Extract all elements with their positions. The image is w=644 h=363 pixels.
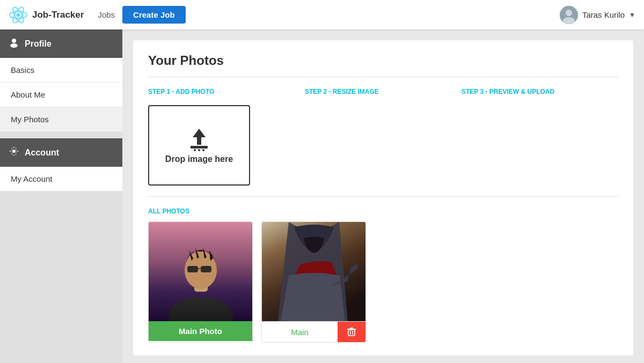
- trash-icon: [347, 327, 356, 337]
- react-logo-icon: [9, 5, 28, 25]
- svg-point-14: [202, 149, 204, 151]
- user-name: Taras Kurilo: [582, 10, 625, 19]
- photo-card-2: Main: [261, 221, 366, 343]
- page-title: Your Photos: [148, 53, 618, 68]
- svg-point-13: [198, 149, 200, 151]
- photo-1-image: [149, 222, 253, 321]
- drop-zone-text: Drop image here: [165, 154, 233, 164]
- svg-rect-29: [353, 331, 354, 335]
- step1-label: STEP 1 - ADD PHOTO: [148, 88, 305, 95]
- svg-marker-10: [193, 129, 206, 145]
- upload-icon: [185, 127, 213, 154]
- user-icon: [9, 37, 19, 50]
- jobs-link[interactable]: Jobs: [90, 6, 122, 24]
- sidebar-profile-label: Profile: [25, 39, 52, 49]
- sidebar-item-my-account[interactable]: My Account: [0, 167, 122, 191]
- content-area: Your Photos STEP 1 - ADD PHOTO STEP 2 - …: [122, 29, 644, 363]
- steps-row: STEP 1 - ADD PHOTO STEP 2 - RESIZE IMAGE…: [148, 88, 618, 95]
- brand[interactable]: Job-Tracker: [9, 5, 84, 25]
- step2-label: STEP 2 - RESIZE IMAGE: [305, 88, 462, 95]
- photo-card-1: Main Photo: [148, 221, 253, 343]
- brand-name: Job-Tracker: [32, 10, 84, 20]
- main-photo-button[interactable]: Main Photo: [149, 321, 252, 341]
- photos-card: Your Photos STEP 1 - ADD PHOTO STEP 2 - …: [133, 40, 633, 355]
- svg-point-12: [194, 149, 196, 151]
- user-avatar-img: [560, 6, 578, 24]
- svg-point-9: [12, 150, 16, 153]
- gear-icon: [9, 146, 19, 159]
- all-photos-label: ALL PHOTOS: [148, 208, 618, 215]
- set-main-button[interactable]: Main: [262, 321, 338, 342]
- svg-rect-31: [350, 328, 353, 329]
- avatar: [560, 6, 578, 24]
- sidebar-profile-header: Profile: [0, 29, 122, 58]
- sidebar-gap: [0, 132, 122, 138]
- sidebar-account-header: Account: [0, 138, 122, 167]
- svg-point-7: [12, 39, 16, 43]
- create-job-button[interactable]: Create Job: [122, 6, 186, 24]
- drop-zone[interactable]: Drop image here: [148, 105, 250, 186]
- navbar: Job-Tracker Jobs Create Job Taras Kurilo…: [0, 0, 644, 29]
- photo-2-btn-row: Main: [262, 321, 365, 342]
- section-divider: [148, 196, 618, 197]
- svg-rect-19: [187, 266, 198, 272]
- svg-point-0: [16, 13, 20, 17]
- svg-rect-20: [201, 266, 211, 272]
- dropdown-arrow-icon: ▼: [629, 11, 635, 19]
- photo-2-image: [262, 222, 366, 321]
- sidebar: Profile Basics About Me My Photos Accoun…: [0, 29, 122, 363]
- sidebar-account-label: Account: [25, 148, 59, 158]
- user-menu[interactable]: Taras Kurilo ▼: [560, 6, 635, 24]
- svg-rect-11: [191, 146, 208, 149]
- svg-point-8: [10, 43, 18, 48]
- svg-rect-27: [348, 330, 355, 336]
- sidebar-item-about-me[interactable]: About Me: [0, 83, 122, 107]
- svg-rect-30: [347, 329, 356, 330]
- photos-grid: Main Photo: [148, 221, 618, 343]
- svg-point-5: [566, 10, 572, 16]
- sidebar-item-my-photos[interactable]: My Photos: [0, 107, 122, 132]
- sidebar-item-basics[interactable]: Basics: [0, 58, 122, 83]
- main-layout: Profile Basics About Me My Photos Accoun…: [0, 29, 644, 363]
- title-divider: [148, 77, 618, 77]
- step3-label: STEP 3 - PREVIEW & UPLOAD: [462, 88, 618, 95]
- delete-photo-button[interactable]: [338, 321, 365, 342]
- svg-rect-28: [350, 331, 351, 335]
